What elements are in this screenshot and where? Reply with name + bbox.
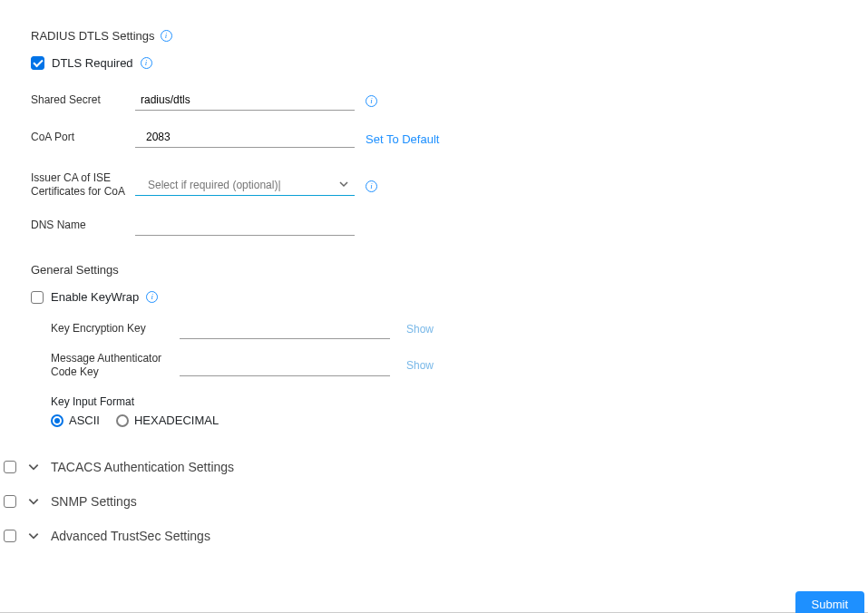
key-input-format-radios: ASCII HEXADECIMAL: [51, 414, 868, 427]
trustsec-section-title[interactable]: Advanced TrustSec Settings: [51, 529, 210, 543]
info-icon[interactable]: i: [161, 30, 172, 42]
hex-radio-item[interactable]: HEXADECIMAL: [116, 414, 219, 427]
dns-name-input[interactable]: [135, 215, 355, 236]
mac-key-row: Message Authenticator Code Key Show: [51, 352, 868, 379]
enable-keywrap-label: Enable KeyWrap: [51, 290, 139, 304]
dtls-required-checkbox[interactable]: [31, 56, 44, 70]
general-settings-title: General Settings: [31, 263, 868, 277]
hex-radio[interactable]: [116, 414, 129, 427]
chevron-down-icon[interactable]: [27, 530, 40, 542]
info-icon[interactable]: i: [141, 57, 152, 69]
radius-dtls-title-text: RADIUS DTLS Settings: [31, 29, 155, 43]
tacacs-checkbox[interactable]: [4, 461, 16, 473]
shared-secret-row: Shared Secret i: [31, 90, 868, 111]
key-input-format-section: Key Input Format ASCII HEXADECIMAL: [51, 395, 868, 427]
ascii-radio-label: ASCII: [69, 414, 100, 427]
info-icon[interactable]: i: [146, 291, 158, 303]
submit-button[interactable]: Submit: [795, 591, 864, 613]
key-encryption-key-row: Key Encryption Key Show: [51, 318, 868, 339]
info-icon[interactable]: i: [366, 180, 377, 192]
radius-dtls-settings-title: RADIUS DTLS Settings i: [31, 29, 868, 43]
issuer-ca-label: Issuer CA of ISE Certificates for CoA: [31, 171, 135, 199]
dns-name-row: DNS Name: [31, 215, 868, 236]
issuer-ca-row: Issuer CA of ISE Certificates for CoA i: [31, 171, 868, 199]
ascii-radio[interactable]: [51, 414, 63, 427]
coa-port-input[interactable]: [135, 127, 355, 148]
key-encryption-key-label: Key Encryption Key: [51, 322, 180, 339]
hex-radio-label: HEXADECIMAL: [134, 414, 219, 427]
coa-port-label: CoA Port: [31, 131, 135, 148]
enable-keywrap-checkbox[interactable]: [31, 291, 44, 304]
key-input-format-label: Key Input Format: [51, 395, 868, 408]
tacacs-section-title[interactable]: TACACS Authentication Settings: [51, 460, 234, 474]
enable-keywrap-row: Enable KeyWrap i: [31, 290, 868, 304]
dtls-required-row: DTLS Required i: [31, 56, 868, 70]
snmp-section-title[interactable]: SNMP Settings: [51, 494, 137, 509]
mac-key-input[interactable]: [180, 355, 390, 376]
trustsec-checkbox[interactable]: [4, 530, 16, 542]
chevron-down-icon[interactable]: [27, 461, 40, 473]
dns-name-label: DNS Name: [31, 219, 135, 236]
info-icon[interactable]: i: [366, 95, 377, 107]
general-settings-title-text: General Settings: [31, 263, 119, 277]
shared-secret-input[interactable]: [135, 90, 355, 111]
shared-secret-label: Shared Secret: [31, 93, 135, 111]
mac-key-label: Message Authenticator Code Key: [51, 352, 180, 379]
dtls-required-label: DTLS Required: [52, 56, 133, 70]
key-encryption-key-input[interactable]: [180, 318, 390, 339]
snmp-section-row: SNMP Settings: [0, 487, 868, 516]
snmp-checkbox[interactable]: [4, 495, 16, 508]
ascii-radio-item[interactable]: ASCII: [51, 414, 100, 427]
key-encryption-show-button[interactable]: Show: [406, 323, 434, 339]
coa-port-row: CoA Port Set To Default: [31, 127, 868, 148]
chevron-down-icon[interactable]: [27, 495, 40, 508]
set-to-default-button[interactable]: Set To Default: [366, 132, 439, 148]
issuer-ca-input[interactable]: [135, 175, 355, 196]
tacacs-section-row: TACACS Authentication Settings: [0, 452, 868, 482]
issuer-ca-select[interactable]: [135, 175, 355, 196]
mac-key-show-button[interactable]: Show: [406, 359, 434, 372]
trustsec-section-row: Advanced TrustSec Settings: [0, 521, 868, 550]
